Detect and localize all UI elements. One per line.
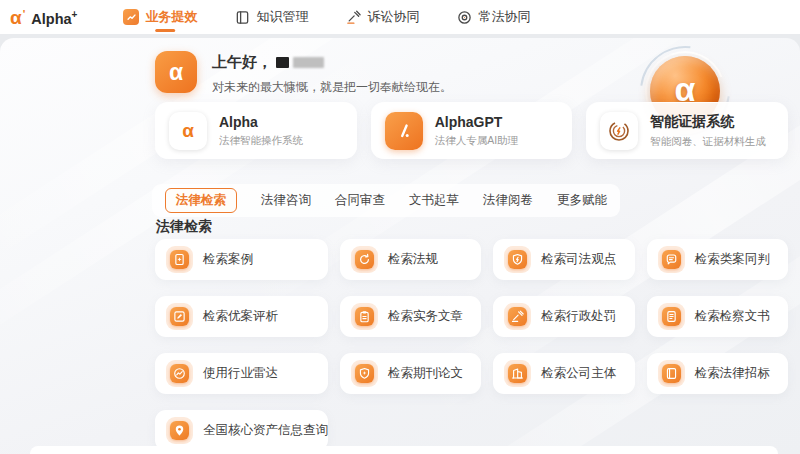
book-icon bbox=[235, 10, 250, 25]
shield-bolt-icon bbox=[508, 250, 527, 269]
top-navbar: α' Alpha+ 业务提效 知识管理 诉讼协同 常法协同 bbox=[0, 0, 800, 34]
nav-item-knowledge-management[interactable]: 知识管理 bbox=[235, 0, 308, 34]
feature-label: 检索案例 bbox=[203, 251, 253, 268]
tab-contract-review[interactable]: 合同审查 bbox=[335, 192, 385, 209]
product-subtitle: 智能阅卷、证据材料生成 bbox=[650, 135, 766, 149]
buildings-icon bbox=[508, 364, 527, 383]
nav-items: 业务提效 知识管理 诉讼协同 常法协同 bbox=[123, 0, 530, 34]
gavel-icon bbox=[508, 307, 527, 326]
evidence-swirl-icon bbox=[600, 112, 638, 150]
brand-alpha-tick: ' bbox=[23, 8, 26, 20]
product-title: Alpha bbox=[219, 114, 303, 130]
feature-grid: 检索案例 检索法规 检索司法观点 检索类案同判 检索优案评析 bbox=[155, 239, 788, 451]
book-icon bbox=[662, 364, 681, 383]
feature-label: 检索优案评析 bbox=[203, 308, 278, 325]
feature-label: 检索检察文书 bbox=[695, 308, 770, 325]
clipboard-icon bbox=[355, 307, 374, 326]
feature-label: 检索行政处罚 bbox=[541, 308, 616, 325]
greeting-block: α 上午好， 对未来的最大慷慨，就是把一切奉献给现在。 bbox=[155, 51, 452, 96]
nav-item-litigation-collaboration[interactable]: 诉讼协同 bbox=[346, 0, 419, 34]
feature-label: 检索公司主体 bbox=[541, 365, 616, 382]
gavel-icon bbox=[346, 10, 361, 25]
product-cards: α Alpha 法律智能操作系统 AlphaGPT 法律人专属AI助理 智能证 bbox=[155, 102, 788, 159]
feature-national-core-asset-query[interactable]: 全国核心资产信息查询 bbox=[155, 410, 328, 451]
brand-alpha-icon: α bbox=[10, 8, 22, 27]
alpha-logo-icon: α bbox=[169, 112, 207, 150]
user-avatar: α bbox=[155, 51, 197, 93]
feature-label: 检索期刊论文 bbox=[388, 365, 463, 382]
nav-label: 业务提效 bbox=[145, 8, 197, 26]
feature-label: 使用行业雷达 bbox=[203, 365, 278, 382]
product-subtitle: 法律智能操作系统 bbox=[219, 134, 303, 148]
feature-search-admin-penalties[interactable]: 检索行政处罚 bbox=[493, 296, 634, 337]
brand-name: Alpha bbox=[31, 11, 71, 27]
feature-search-regulations[interactable]: 检索法规 bbox=[340, 239, 481, 280]
alphagpt-logo-icon bbox=[385, 112, 423, 150]
feature-label: 检索法规 bbox=[388, 251, 438, 268]
feature-label: 检索法律招标 bbox=[695, 365, 770, 382]
redacted-username bbox=[276, 57, 289, 68]
bottom-panel-edge bbox=[30, 446, 778, 454]
greeting-motto: 对未来的最大慷慨，就是把一切奉献给现在。 bbox=[212, 79, 452, 96]
document-lines-icon bbox=[662, 307, 681, 326]
chat-lines-icon bbox=[662, 250, 681, 269]
feature-search-legal-tenders[interactable]: 检索法律招标 bbox=[647, 353, 788, 394]
feature-label: 检索类案同判 bbox=[695, 251, 770, 268]
shield-star-icon bbox=[355, 364, 374, 383]
radar-trend-icon bbox=[170, 364, 189, 383]
document-star-icon bbox=[170, 250, 189, 269]
brand-plus: + bbox=[72, 9, 78, 20]
nav-label: 常法协同 bbox=[478, 8, 530, 26]
nav-label: 诉讼协同 bbox=[367, 8, 419, 26]
tab-legal-reading[interactable]: 法律阅卷 bbox=[483, 192, 533, 209]
feature-search-procuratorate-documents[interactable]: 检索检察文书 bbox=[647, 296, 788, 337]
feature-search-company-entities[interactable]: 检索公司主体 bbox=[493, 353, 634, 394]
feature-search-journal-papers[interactable]: 检索期刊论文 bbox=[340, 353, 481, 394]
feature-industry-radar[interactable]: 使用行业雷达 bbox=[155, 353, 328, 394]
feature-label: 检索司法观点 bbox=[541, 251, 616, 268]
tab-more-abilities[interactable]: 更多赋能 bbox=[557, 192, 607, 209]
feature-search-judicial-viewpoints[interactable]: 检索司法观点 bbox=[493, 239, 634, 280]
location-pin-icon bbox=[170, 421, 189, 440]
pen-square-icon bbox=[170, 307, 189, 326]
tab-document-drafting[interactable]: 文书起草 bbox=[409, 192, 459, 209]
nav-item-business-efficiency[interactable]: 业务提效 bbox=[123, 0, 197, 34]
nav-item-general-counsel[interactable]: 常法协同 bbox=[457, 0, 530, 34]
active-nav-underline bbox=[156, 29, 176, 32]
product-card-alphagpt[interactable]: AlphaGPT 法律人专属AI助理 bbox=[371, 102, 573, 159]
redacted-username-blur bbox=[293, 57, 324, 68]
brand-logo[interactable]: α' Alpha+ bbox=[10, 8, 77, 27]
feature-search-case-analysis[interactable]: 检索优案评析 bbox=[155, 296, 328, 337]
feature-search-cases[interactable]: 检索案例 bbox=[155, 239, 328, 280]
feature-label: 全国核心资产信息查询 bbox=[203, 422, 328, 439]
main-panel: α α 上午好， 对未来的最大慷慨，就是把一切奉献给现在。 α Alpha 法律… bbox=[0, 38, 800, 454]
product-card-alpha[interactable]: α Alpha 法律智能操作系统 bbox=[155, 102, 357, 159]
section-title: 法律检索 bbox=[156, 218, 212, 236]
product-title: AlphaGPT bbox=[435, 114, 518, 130]
nav-label: 知识管理 bbox=[256, 8, 308, 26]
tab-legal-search[interactable]: 法律检索 bbox=[165, 188, 237, 213]
feature-search-similar-judgments[interactable]: 检索类案同判 bbox=[647, 239, 788, 280]
product-title: 智能证据系统 bbox=[650, 113, 766, 131]
tab-legal-consult[interactable]: 法律咨询 bbox=[261, 192, 311, 209]
feature-label: 检索实务文章 bbox=[388, 308, 463, 325]
refresh-circle-icon bbox=[355, 250, 374, 269]
chart-line-icon bbox=[123, 9, 139, 25]
product-subtitle: 法律人专属AI助理 bbox=[435, 134, 518, 148]
feature-search-practice-articles[interactable]: 检索实务文章 bbox=[340, 296, 481, 337]
product-card-evidence-system[interactable]: 智能证据系统 智能阅卷、证据材料生成 bbox=[586, 102, 788, 159]
target-icon bbox=[457, 10, 472, 25]
category-tabs: 法律检索 法律咨询 合同审查 文书起草 法律阅卷 更多赋能 bbox=[152, 184, 620, 217]
greeting-text: 上午好， bbox=[212, 53, 272, 72]
